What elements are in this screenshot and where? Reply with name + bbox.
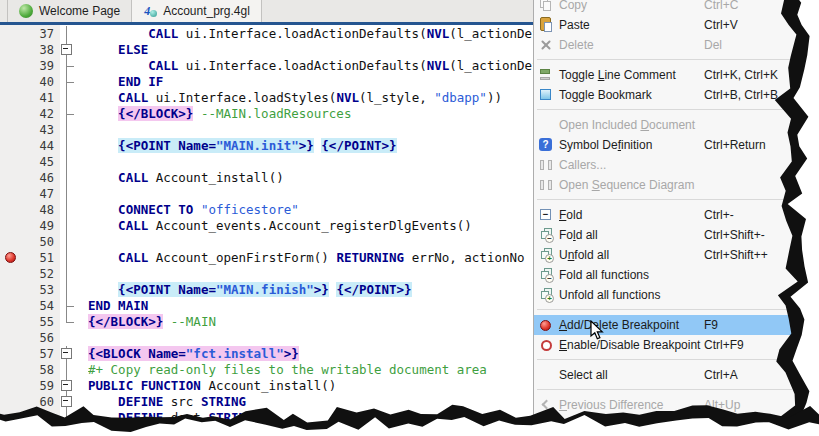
line-number[interactable]: 59 bbox=[0, 378, 60, 394]
menu-item-label: Enable/Disable Breakpoint bbox=[559, 338, 700, 352]
line-number[interactable]: 60 bbox=[0, 394, 60, 410]
line-number[interactable]: 56 bbox=[0, 330, 60, 346]
line-number[interactable]: 48 bbox=[0, 202, 60, 218]
line-number[interactable]: 45 bbox=[0, 154, 60, 170]
line-number[interactable]: 58 bbox=[0, 362, 60, 378]
fold-cell bbox=[60, 410, 88, 426]
fold-toggle-icon[interactable] bbox=[61, 44, 72, 55]
line-number[interactable]: 38 bbox=[0, 42, 60, 58]
menu-item-open-included-document: Open Included Document bbox=[534, 115, 795, 135]
menu-item-unfold-all[interactable]: +Unfold allCtrl+Shift++ bbox=[534, 245, 795, 265]
code-line[interactable] bbox=[88, 186, 533, 202]
code-line[interactable]: ELSE bbox=[88, 42, 533, 58]
code-line[interactable]: CALL ui.Interface.loadActionDefaults(NVL… bbox=[88, 58, 533, 74]
breakpoint-dot[interactable] bbox=[5, 252, 16, 263]
menu-item-unfold-all-functions[interactable]: +Unfold all functions bbox=[534, 285, 795, 305]
fold-toggle-icon[interactable] bbox=[61, 380, 72, 391]
fold-cell bbox=[60, 106, 88, 122]
line-number[interactable]: 54 bbox=[0, 298, 60, 314]
fold-cell bbox=[60, 346, 88, 362]
line-number[interactable]: 44 bbox=[0, 138, 60, 154]
code-line[interactable]: CALL ui.Interface.loadActionDefaults(NVL… bbox=[88, 26, 533, 42]
screenshot-root: Welcome Page 4 Account_prg.4gl 373839404… bbox=[0, 0, 819, 436]
menu-item-enable-disable-breakpoint[interactable]: Enable/Disable BreakpointCtrl+F9 bbox=[534, 335, 795, 355]
line-number[interactable]: 52 bbox=[0, 266, 60, 282]
line-number[interactable]: 46 bbox=[0, 170, 60, 186]
menu-item-toggle-line-comment[interactable]: Toggle Line CommentCtrl+K, Ctrl+K bbox=[534, 65, 795, 85]
line-number[interactable]: 61 bbox=[0, 410, 60, 426]
line-number[interactable]: 55 bbox=[0, 314, 60, 330]
line-number[interactable]: 51 bbox=[0, 250, 60, 266]
fold-cell bbox=[60, 90, 88, 106]
fold-cell bbox=[60, 394, 88, 410]
line-number[interactable]: 42 bbox=[0, 106, 60, 122]
code-line[interactable] bbox=[88, 154, 533, 170]
tab-welcome-page[interactable]: Welcome Page bbox=[7, 0, 132, 22]
menu-item-fold[interactable]: −FoldCtrl+- bbox=[534, 205, 795, 225]
code-line[interactable] bbox=[88, 266, 533, 282]
menu-shortcut: Ctrl+F9 bbox=[704, 338, 744, 352]
line-number[interactable]: 39 bbox=[0, 58, 60, 74]
menu-item-fold-all[interactable]: −Fold allCtrl+Shift+- bbox=[534, 225, 795, 245]
tab-label: Account_prg.4gl bbox=[163, 4, 250, 18]
menu-item-fold-all-functions[interactable]: −Fold all functions bbox=[534, 265, 795, 285]
code-line[interactable] bbox=[88, 122, 533, 138]
context-menu: CopyCtrl+CPasteCtrl+VDeleteDelToggle Lin… bbox=[533, 0, 795, 435]
code-line[interactable]: {<POINT Name="MAIN.init">} {</POINT>} bbox=[88, 138, 533, 154]
menu-item-previous-difference: Previous DifferenceAlt+Up bbox=[534, 395, 795, 415]
tab-label: Welcome Page bbox=[39, 4, 120, 18]
menu-item-label: Copy bbox=[559, 0, 587, 12]
bp-filled-icon bbox=[538, 315, 556, 335]
chevron-left-icon bbox=[538, 395, 556, 415]
code-line[interactable]: DEFINE dest STRING bbox=[88, 410, 533, 426]
line-number[interactable]: 50 bbox=[0, 234, 60, 250]
fold-toggle-icon[interactable] bbox=[61, 348, 72, 359]
line-number[interactable]: 40 bbox=[0, 74, 60, 90]
code-line[interactable]: END MAIN bbox=[88, 298, 533, 314]
fold-toggle-icon[interactable] bbox=[61, 396, 72, 407]
paste-icon bbox=[538, 15, 556, 35]
unfold-all-icon: + bbox=[538, 245, 556, 265]
menu-item-symbol-definition[interactable]: ?Symbol DefinitionCtrl+Return bbox=[534, 135, 795, 155]
line-number[interactable]: 43 bbox=[0, 122, 60, 138]
code-line[interactable]: CONNECT TO "officestore" bbox=[88, 202, 533, 218]
code-line[interactable] bbox=[88, 330, 533, 346]
menu-shortcut: F9 bbox=[704, 318, 718, 332]
menu-item-next-difference: Next DifferenceAlt+Down bbox=[534, 415, 795, 435]
code-area[interactable]: CALL ui.Interface.loadActionDefaults(NVL… bbox=[88, 25, 533, 426]
code-line[interactable]: CALL Account_openFirstForm() RETURNING e… bbox=[88, 250, 533, 266]
code-line[interactable]: {<POINT Name="MAIN.finish">} {</POINT>} bbox=[88, 282, 533, 298]
fold-cell bbox=[60, 378, 88, 394]
menu-item-label: Unfold all bbox=[559, 248, 609, 262]
line-number[interactable]: 37 bbox=[0, 26, 60, 42]
code-line[interactable]: CALL Account_events.Account_registerDlgE… bbox=[88, 218, 533, 234]
code-line[interactable]: END IF bbox=[88, 74, 533, 90]
code-line[interactable]: {</BLOCK>} --MAIN.loadResources bbox=[88, 106, 533, 122]
menu-shortcut: Ctrl+C bbox=[704, 0, 738, 12]
code-line[interactable]: PUBLIC FUNCTION Account_install() bbox=[88, 378, 533, 394]
code-line[interactable] bbox=[88, 234, 533, 250]
code-line[interactable]: #+ Copy read-only files to the writable … bbox=[88, 362, 533, 378]
menu-item-paste[interactable]: PasteCtrl+V bbox=[534, 15, 795, 35]
line-number[interactable]: 47 bbox=[0, 186, 60, 202]
line-number[interactable]: 57 bbox=[0, 346, 60, 362]
code-line[interactable]: DEFINE src STRING bbox=[88, 394, 533, 410]
code-line[interactable]: {</BLOCK>} --MAIN bbox=[88, 314, 533, 330]
line-number[interactable]: 49 bbox=[0, 218, 60, 234]
line-number[interactable]: 53 bbox=[0, 282, 60, 298]
chevron-right-icon bbox=[538, 415, 556, 435]
tab-account-prg-4gl[interactable]: 4 Account_prg.4gl bbox=[131, 0, 262, 22]
menu-item-toggle-bookmark[interactable]: Toggle BookmarkCtrl+B, Ctrl+B bbox=[534, 85, 795, 105]
menu-shortcut: Ctrl+B, Ctrl+B bbox=[704, 88, 778, 102]
code-line[interactable]: CALL ui.Interface.loadStyles(NVL(l_style… bbox=[88, 90, 533, 106]
code-line[interactable]: {<BLOCK Name="fct.install">} bbox=[88, 346, 533, 362]
code-line[interactable]: CALL Account_install() bbox=[88, 170, 533, 186]
menu-item-select-all[interactable]: Select allCtrl+A bbox=[534, 365, 795, 385]
line-number[interactable]: 41 bbox=[0, 90, 60, 106]
menu-item-add-delete-breakpoint[interactable]: Add/Delete BreakpointF9 bbox=[534, 315, 795, 335]
menu-shortcut: Ctrl+V bbox=[704, 18, 738, 32]
menu-item-label: Toggle Line Comment bbox=[559, 68, 676, 82]
menu-shortcut: Ctrl+Return bbox=[704, 138, 766, 152]
menu-separator bbox=[534, 105, 795, 115]
copy-icon bbox=[538, 0, 556, 15]
